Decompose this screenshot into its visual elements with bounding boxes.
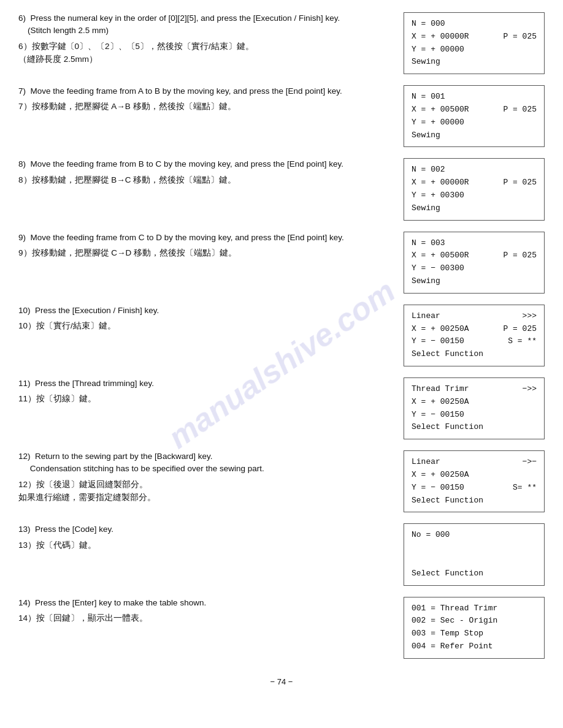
step-9-block: 9) Move the feeding frame from C to D by…: [18, 232, 545, 294]
step-13-text: 13) Press the [Code] key. 13）按〔代碼〕鍵。: [18, 523, 391, 552]
step-11-display: Thread Trimr −>> X = + 00250A Y = − 0015…: [404, 377, 545, 439]
step-8-display: N = 002 X = + 00000R P = 025 Y = + 00300…: [404, 158, 545, 220]
step-6-zh: 6）按數字鍵〔0〕、〔2〕、〔5〕，然後按〔實行/結束〕鍵。（縫跡長度 2.5m…: [18, 40, 391, 66]
display-line: X = + 00250A P = 025: [412, 323, 537, 336]
display-line: Y = + 00300: [412, 189, 537, 202]
display-line: X = + 00000R P = 025: [412, 176, 537, 189]
step-11-zh: 11）按〔切線〕鍵。: [18, 392, 391, 406]
display-line: X = + 00500R P = 025: [412, 249, 537, 262]
display-line: N = 003: [412, 237, 537, 250]
step-11-en: 11) Press the [Thread trimming] key.: [18, 377, 391, 390]
step-12-zh: 12）按〔後退〕鍵返回縫製部分。如果進行縮縫，需要指定縫製部分。: [18, 478, 391, 504]
display-line: Sewing: [412, 129, 537, 142]
step-10-display: Linear >>> X = + 00250A P = 025 Y = − 00…: [404, 305, 545, 366]
display-line: N = 001: [412, 91, 537, 104]
step-12-display: Linear −>− X = + 00250A Y = − 00150 S= *…: [404, 450, 545, 512]
step-12-block: 12) Return to the sewing part by the [Ba…: [18, 450, 545, 512]
step-6-display: N = 000 X = + 00000R P = 025 Y = + 00000…: [404, 12, 545, 74]
step-7-display: N = 001 X = + 00500R P = 025 Y = + 00000…: [404, 85, 545, 147]
display-line: Linear −>−: [412, 456, 537, 469]
display-line: Select Function: [412, 421, 537, 434]
step-10-block: 10) Press the [Execution / Finish] key. …: [18, 305, 545, 366]
page-content: 6) Press the numeral key in the order of…: [18, 12, 545, 686]
step-14-zh: 14）按〔回鍵〕，顯示出一體表。: [18, 612, 391, 625]
display-line: 004 = Refer Point: [412, 640, 537, 653]
display-line: Thread Trimr −>>: [412, 383, 537, 396]
display-line: X = + 00250A: [412, 469, 537, 482]
display-line: Y = + 00000: [412, 44, 537, 56]
step-9-display: N = 003 X = + 00500R P = 025 Y = − 00300…: [404, 232, 545, 294]
display-line: Sewing: [412, 202, 537, 215]
step-7-block: 7) Move the feeding frame from A to B by…: [18, 85, 545, 147]
step-13-display: No = 000 Select Function: [404, 523, 545, 585]
display-line: No = 000: [412, 529, 537, 542]
display-line: Select Function: [412, 495, 537, 507]
display-line: Linear >>>: [412, 310, 537, 323]
step-8-text: 8) Move the feeding frame from B to C by…: [18, 158, 391, 186]
step-14-text: 14) Press the [Enter] key to make the ta…: [18, 597, 391, 625]
display-line: X = + 00250A: [412, 396, 537, 409]
step-10-zh: 10）按〔實行/結束〕鍵。: [18, 319, 391, 333]
display-line: Y = + 00000: [412, 116, 537, 129]
step-8-en: 8) Move the feeding frame from B to C by…: [18, 158, 391, 170]
display-line: 002 = Sec - Origin: [412, 615, 537, 628]
step-11-block: 11) Press the [Thread trimming] key. 11）…: [18, 377, 545, 439]
display-line: [412, 542, 537, 555]
step-6-text: 6) Press the numeral key in the order of…: [18, 12, 391, 66]
display-line: Select Function: [412, 348, 537, 361]
step-14-block: 14) Press the [Enter] key to make the ta…: [18, 597, 545, 659]
step-12-en: 12) Return to the sewing part by the [Ba…: [18, 450, 391, 476]
step-7-text: 7) Move the feeding frame from A to B by…: [18, 85, 391, 113]
display-line: Y = − 00150 S = **: [412, 335, 537, 348]
display-line: X = + 00000R P = 025: [412, 31, 537, 44]
step-6-block: 6) Press the numeral key in the order of…: [18, 12, 545, 74]
display-line: Y = − 00150 S= **: [412, 482, 537, 495]
step-13-zh: 13）按〔代碼〕鍵。: [18, 539, 391, 552]
step-9-en: 9) Move the feeding frame from C to D by…: [18, 232, 391, 244]
display-line: Sewing: [412, 275, 537, 288]
step-8-block: 8) Move the feeding frame from B to C by…: [18, 158, 545, 220]
step-9-text: 9) Move the feeding frame from C to D by…: [18, 232, 391, 260]
step-8-zh: 8）按移動鍵，把壓腳從 B→C 移動，然後按〔端點〕鍵。: [18, 173, 391, 187]
step-13-block: 13) Press the [Code] key. 13）按〔代碼〕鍵。 No …: [18, 523, 545, 585]
display-line: Sewing: [412, 56, 537, 69]
step-14-display: 001 = Thread Trimr 002 = Sec - Origin 00…: [404, 597, 545, 659]
display-line: 001 = Thread Trimr: [412, 602, 537, 615]
display-line: N = 000: [412, 18, 537, 31]
step-6-en: 6) Press the numeral key in the order of…: [18, 12, 391, 37]
step-7-en: 7) Move the feeding frame from A to B by…: [18, 85, 391, 97]
step-12-text: 12) Return to the sewing part by the [Ba…: [18, 450, 391, 504]
step-13-en: 13) Press the [Code] key.: [18, 523, 391, 536]
display-line: [412, 555, 537, 567]
display-line: 003 = Temp Stop: [412, 628, 537, 640]
display-line: Y = − 00150: [412, 409, 537, 422]
step-10-text: 10) Press the [Execution / Finish] key. …: [18, 305, 391, 333]
display-line: Y = − 00300: [412, 262, 537, 275]
display-line: N = 002: [412, 164, 537, 176]
display-line: X = + 00500R P = 025: [412, 104, 537, 116]
step-10-en: 10) Press the [Execution / Finish] key.: [18, 305, 391, 317]
step-9-zh: 9）按移動鍵，把壓腳從 C→D 移動，然後按〔端點〕鍵。: [18, 246, 391, 260]
page-footer: − 74 −: [18, 677, 545, 686]
step-7-zh: 7）按移動鍵，把壓腳從 A→B 移動，然後按〔端點〕鍵。: [18, 100, 391, 113]
step-11-text: 11) Press the [Thread trimming] key. 11）…: [18, 377, 391, 406]
display-line: Select Function: [412, 567, 537, 580]
step-14-en: 14) Press the [Enter] key to make the ta…: [18, 597, 391, 609]
